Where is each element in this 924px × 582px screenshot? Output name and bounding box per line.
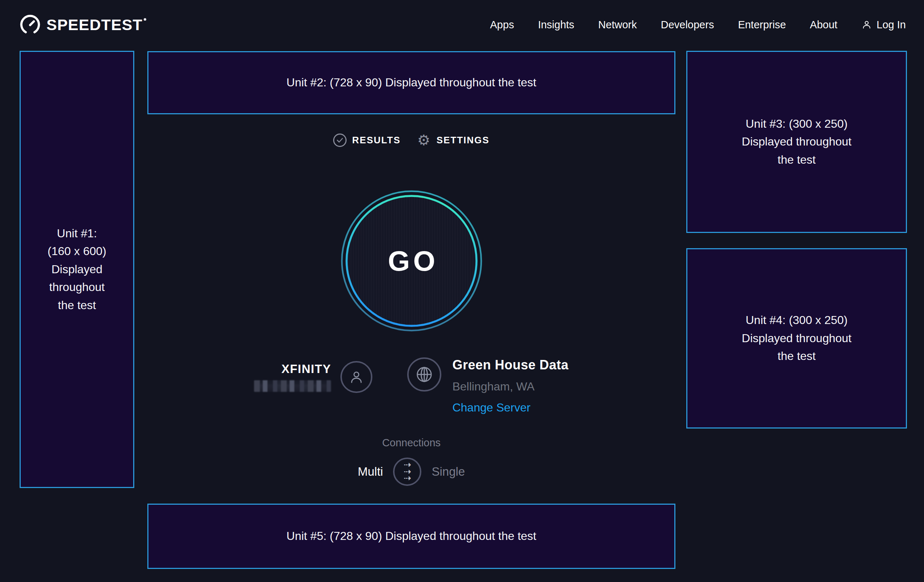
left-ad-column: Unit #1: (160 x 600) Displayed throughou… xyxy=(20,50,134,488)
logo-text: SPEEDTEST xyxy=(46,16,146,34)
ad-text: Unit #2: (728 x 90) Displayed throughout… xyxy=(286,74,536,92)
ad-unit-2: Unit #2: (728 x 90) Displayed throughout… xyxy=(147,51,675,114)
main-nav: Apps Insights Network Developers Enterpr… xyxy=(490,19,906,31)
app-header: SPEEDTEST Apps Insights Network Develope… xyxy=(0,0,924,49)
main-content: Unit #1: (160 x 600) Displayed throughou… xyxy=(0,49,924,569)
nav-item-network[interactable]: Network xyxy=(598,19,637,31)
ad-unit-3: Unit #3: (300 x 250) Displayed throughou… xyxy=(686,51,907,233)
nav-item-about[interactable]: About xyxy=(810,19,838,31)
masked-ip xyxy=(254,380,331,392)
single-label[interactable]: Single xyxy=(432,465,465,478)
person-icon xyxy=(340,361,372,393)
isp-name: XFINITY xyxy=(281,362,331,376)
tab-bar: RESULTS ⚙ SETTINGS xyxy=(333,132,489,148)
isp-section: XFINITY xyxy=(254,361,372,393)
dashed-arrow-icon: ⇢ xyxy=(404,475,411,482)
login-button[interactable]: Log In xyxy=(861,19,906,31)
ad-text: Unit #1: (160 x 600) Displayed throughou… xyxy=(48,224,106,315)
connections-label: Connections xyxy=(382,437,441,449)
nav-item-apps[interactable]: Apps xyxy=(490,19,514,31)
tab-settings[interactable]: ⚙ SETTINGS xyxy=(417,133,490,147)
connections-toggle[interactable]: ⇢ ⇢ ⇢ xyxy=(393,458,421,486)
nav-item-enterprise[interactable]: Enterprise xyxy=(738,19,786,31)
tab-results[interactable]: RESULTS xyxy=(333,134,400,147)
center-column: Unit #2: (728 x 90) Displayed throughout… xyxy=(147,50,675,569)
check-circle-icon xyxy=(333,134,346,147)
connections-toggle-row: Multi ⇢ ⇢ ⇢ Single xyxy=(358,458,465,486)
ad-text: Unit #3: (300 x 250) Displayed throughou… xyxy=(742,115,851,169)
gear-icon: ⚙ xyxy=(417,133,431,147)
ad-unit-4: Unit #4: (300 x 250) Displayed throughou… xyxy=(686,248,907,429)
go-label: GO xyxy=(340,190,483,332)
ad-unit-1: Unit #1: (160 x 600) Displayed throughou… xyxy=(20,51,134,488)
nav-item-insights[interactable]: Insights xyxy=(538,19,574,31)
connection-info-row: XFINITY Green xyxy=(254,358,568,414)
speedtest-logo[interactable]: SPEEDTEST xyxy=(20,14,146,35)
trademark-dot xyxy=(144,18,146,21)
right-ad-column: Unit #3: (300 x 250) Displayed throughou… xyxy=(686,50,907,429)
multi-label[interactable]: Multi xyxy=(358,465,383,478)
globe-icon xyxy=(407,358,441,391)
go-button[interactable]: GO xyxy=(340,190,483,332)
ad-text: Unit #4: (300 x 250) Displayed throughou… xyxy=(742,311,851,365)
user-icon xyxy=(861,19,872,30)
server-section: Green House Data Bellingham, WA Change S… xyxy=(452,358,568,414)
server-name: Green House Data xyxy=(452,358,568,373)
speedometer-icon xyxy=(20,14,41,35)
server-location: Bellingham, WA xyxy=(452,380,534,393)
change-server-link[interactable]: Change Server xyxy=(452,401,530,414)
ad-text: Unit #5: (728 x 90) Displayed throughout… xyxy=(286,527,536,545)
ad-unit-5: Unit #5: (728 x 90) Displayed throughout… xyxy=(147,504,675,569)
nav-item-developers[interactable]: Developers xyxy=(661,19,714,31)
